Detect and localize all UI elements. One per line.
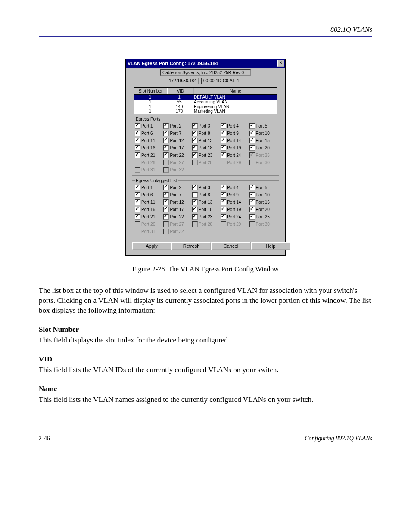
checkbox-icon[interactable] xyxy=(192,145,198,151)
egress-port-8[interactable]: Port 8 xyxy=(192,131,219,136)
help-button[interactable]: Help xyxy=(251,242,290,250)
checkbox-icon[interactable] xyxy=(192,138,198,143)
untagged-port-16[interactable]: Port 16 xyxy=(135,207,162,212)
checkbox-icon[interactable] xyxy=(192,123,198,129)
egress-port-17[interactable]: Port 17 xyxy=(163,145,190,151)
checkbox-icon[interactable] xyxy=(163,152,169,158)
untagged-port-24[interactable]: Port 24 xyxy=(221,214,247,220)
egress-port-13[interactable]: Port 13 xyxy=(192,138,219,143)
checkbox-icon[interactable] xyxy=(163,199,169,205)
checkbox-icon[interactable] xyxy=(163,131,169,136)
checkbox-icon[interactable] xyxy=(249,185,255,190)
untagged-port-18[interactable]: Port 18 xyxy=(192,207,219,212)
checkbox-icon[interactable] xyxy=(221,214,226,220)
egress-port-19[interactable]: Port 19 xyxy=(221,145,247,151)
checkbox-icon[interactable] xyxy=(249,214,255,220)
egress-port-9[interactable]: Port 9 xyxy=(221,131,247,136)
egress-port-10[interactable]: Port 10 xyxy=(249,131,276,136)
egress-port-3[interactable]: Port 3 xyxy=(192,123,219,129)
egress-port-23[interactable]: Port 23 xyxy=(192,152,219,158)
checkbox-icon[interactable] xyxy=(192,214,198,220)
untagged-port-8[interactable]: Port 8 xyxy=(192,192,219,198)
untagged-port-17[interactable]: Port 17 xyxy=(163,207,190,212)
untagged-port-4[interactable]: Port 4 xyxy=(221,185,247,190)
untagged-port-10[interactable]: Port 10 xyxy=(249,192,276,198)
checkbox-icon[interactable] xyxy=(163,214,169,220)
egress-port-4[interactable]: Port 4 xyxy=(221,123,247,129)
vlan-row[interactable]: 1178Marketing VLAN xyxy=(134,109,277,114)
untagged-port-19[interactable]: Port 19 xyxy=(221,207,247,212)
untagged-port-23[interactable]: Port 23 xyxy=(192,214,219,220)
col-vid-header[interactable]: VID xyxy=(167,88,194,94)
checkbox-icon[interactable] xyxy=(221,199,226,205)
checkbox-icon[interactable] xyxy=(221,123,226,129)
refresh-button[interactable]: Refresh xyxy=(171,242,211,250)
checkbox-icon[interactable] xyxy=(135,138,140,143)
checkbox-icon[interactable] xyxy=(135,152,140,158)
egress-port-18[interactable]: Port 18 xyxy=(192,145,219,151)
checkbox-icon[interactable] xyxy=(192,185,198,190)
untagged-port-7[interactable]: Port 7 xyxy=(163,192,190,198)
egress-port-12[interactable]: Port 12 xyxy=(163,138,190,143)
checkbox-icon[interactable] xyxy=(221,185,226,190)
untagged-port-15[interactable]: Port 15 xyxy=(249,199,276,205)
untagged-port-11[interactable]: Port 11 xyxy=(135,199,162,205)
egress-port-11[interactable]: Port 11 xyxy=(135,138,162,143)
checkbox-icon[interactable] xyxy=(249,199,255,205)
checkbox-icon[interactable] xyxy=(221,152,226,158)
checkbox-icon[interactable] xyxy=(221,131,226,136)
close-icon[interactable]: × xyxy=(277,60,284,67)
checkbox-icon[interactable] xyxy=(135,185,140,190)
egress-port-15[interactable]: Port 15 xyxy=(249,138,276,143)
checkbox-icon[interactable] xyxy=(221,145,226,151)
checkbox-icon[interactable] xyxy=(163,192,169,198)
checkbox-icon[interactable] xyxy=(135,145,140,151)
untagged-port-20[interactable]: Port 20 xyxy=(249,207,276,212)
vlan-row[interactable]: 155Accounting VLAN xyxy=(134,100,277,104)
checkbox-icon[interactable] xyxy=(135,123,140,129)
egress-port-2[interactable]: Port 2 xyxy=(163,123,190,129)
untagged-port-2[interactable]: Port 2 xyxy=(163,185,190,190)
untagged-port-13[interactable]: Port 13 xyxy=(192,199,219,205)
untagged-port-5[interactable]: Port 5 xyxy=(249,185,276,190)
untagged-port-3[interactable]: Port 3 xyxy=(192,185,219,190)
checkbox-icon[interactable] xyxy=(135,199,140,205)
titlebar[interactable]: VLAN Egress Port Config: 172.19.56.184 × xyxy=(126,59,285,68)
checkbox-icon[interactable] xyxy=(163,138,169,143)
checkbox-icon[interactable] xyxy=(192,152,198,158)
egress-port-21[interactable]: Port 21 xyxy=(135,152,162,158)
untagged-port-14[interactable]: Port 14 xyxy=(221,199,247,205)
checkbox-icon[interactable] xyxy=(249,192,255,198)
checkbox-icon[interactable] xyxy=(135,207,140,212)
checkbox-icon[interactable] xyxy=(192,199,198,205)
egress-port-22[interactable]: Port 22 xyxy=(163,152,190,158)
checkbox-icon[interactable] xyxy=(249,123,255,129)
checkbox-icon[interactable] xyxy=(163,207,169,212)
checkbox-icon[interactable] xyxy=(192,207,198,212)
untagged-port-6[interactable]: Port 6 xyxy=(135,192,162,198)
checkbox-icon[interactable] xyxy=(135,214,140,220)
checkbox-icon[interactable] xyxy=(192,192,198,198)
checkbox-icon[interactable] xyxy=(135,131,140,136)
untagged-port-12[interactable]: Port 12 xyxy=(163,199,190,205)
egress-port-24[interactable]: Port 24 xyxy=(221,152,247,158)
checkbox-icon[interactable] xyxy=(163,123,169,129)
col-name-header[interactable]: Name xyxy=(194,88,277,94)
egress-port-1[interactable]: Port 1 xyxy=(135,123,162,129)
checkbox-icon[interactable] xyxy=(192,131,198,136)
cancel-button[interactable]: Cancel xyxy=(211,242,251,250)
checkbox-icon[interactable] xyxy=(221,207,226,212)
untagged-port-22[interactable]: Port 22 xyxy=(163,214,190,220)
checkbox-icon[interactable] xyxy=(135,192,140,198)
checkbox-icon[interactable] xyxy=(221,192,226,198)
egress-port-7[interactable]: Port 7 xyxy=(163,131,190,136)
untagged-port-21[interactable]: Port 21 xyxy=(135,214,162,220)
egress-port-14[interactable]: Port 14 xyxy=(221,138,247,143)
untagged-port-9[interactable]: Port 9 xyxy=(221,192,247,198)
egress-port-20[interactable]: Port 20 xyxy=(249,145,276,151)
egress-port-6[interactable]: Port 6 xyxy=(135,131,162,136)
vlan-row[interactable]: 1140Engineering VLAN xyxy=(134,104,277,109)
checkbox-icon[interactable] xyxy=(249,145,255,151)
egress-port-5[interactable]: Port 5 xyxy=(249,123,276,129)
apply-button[interactable]: Apply xyxy=(132,242,171,250)
